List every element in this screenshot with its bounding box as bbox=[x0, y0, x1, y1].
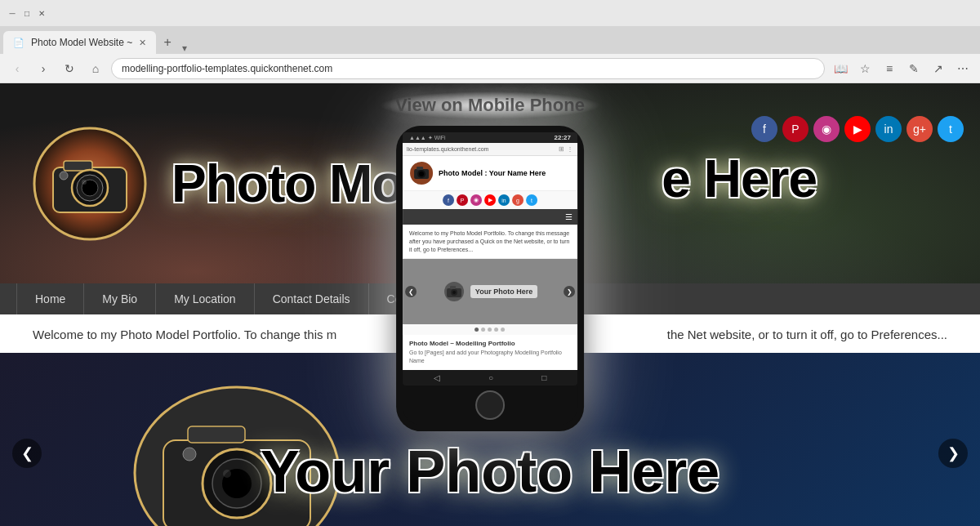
svg-point-7 bbox=[60, 172, 68, 180]
phone-signal: ▲▲▲ ✦ WiFi bbox=[409, 135, 446, 141]
active-tab[interactable]: 📄 Photo Model Website ~ ✕ bbox=[3, 31, 156, 54]
phone-instagram-icon[interactable]: ◉ bbox=[470, 194, 482, 206]
window-controls: ─ □ ✕ bbox=[7, 7, 47, 19]
youtube-icon[interactable]: ▶ bbox=[844, 116, 871, 142]
phone-dot-2 bbox=[482, 328, 486, 332]
title-bar: ─ □ ✕ bbox=[0, 0, 980, 26]
nav-my-location[interactable]: My Location bbox=[156, 283, 254, 314]
maximize-button[interactable]: □ bbox=[21, 7, 33, 19]
phone-nav: ☰ bbox=[403, 209, 577, 225]
phone-social-icons: f P ◉ ▶ in g t bbox=[403, 191, 577, 209]
phone-recents-button[interactable]: □ bbox=[541, 373, 546, 382]
svg-rect-23 bbox=[450, 286, 456, 289]
phone-pinterest-icon[interactable]: P bbox=[457, 194, 468, 206]
phone-dot-4 bbox=[495, 328, 499, 332]
mobile-phone-overlay: View on Mobile Phone ▲▲▲ ✦ WiFi 22:27 li… bbox=[379, 91, 601, 431]
phone-slider-prev[interactable]: ❮ bbox=[405, 286, 416, 297]
linkedin-icon[interactable]: in bbox=[875, 116, 902, 142]
phone-slider-text: Your Photo Here bbox=[470, 285, 537, 298]
svg-rect-10 bbox=[188, 426, 245, 443]
address-bar[interactable]: modelling-portfolio-templates.quickonthe… bbox=[111, 58, 825, 79]
phone-home-circle[interactable] bbox=[475, 390, 505, 420]
facebook-icon[interactable]: f bbox=[751, 116, 777, 142]
phone-browser-bar: lio-templates.quickonthenet.com ⊞ ⋮ bbox=[403, 143, 577, 156]
reading-view-button[interactable]: 📖 bbox=[830, 58, 851, 79]
site-title-right: e Here bbox=[662, 153, 817, 205]
mobile-label: View on Mobile Phone bbox=[379, 91, 601, 119]
svg-point-14 bbox=[223, 470, 231, 478]
phone-bottom-bar: ◁ ○ □ bbox=[403, 370, 577, 386]
phone-slider-content: Your Photo Here bbox=[443, 282, 537, 301]
pinterest-icon[interactable]: P bbox=[782, 116, 808, 142]
phone-site-logo bbox=[409, 161, 434, 185]
svg-point-15 bbox=[183, 448, 196, 461]
phone-screen: lio-templates.quickonthenet.com ⊞ ⋮ bbox=[403, 143, 577, 370]
website-content: Photo Model : Y e Here f P ◉ ▶ in g+ t H… bbox=[0, 83, 980, 526]
phone-dot-1 bbox=[475, 328, 479, 332]
twitter-icon[interactable]: t bbox=[938, 116, 964, 142]
minimize-button[interactable]: ─ bbox=[7, 7, 18, 19]
phone-facebook-icon[interactable]: f bbox=[443, 194, 454, 206]
phone-content: Photo Model ~ Modelling Portfolio Go to … bbox=[403, 335, 577, 370]
phone-googleplus-icon[interactable]: g bbox=[512, 194, 523, 206]
phone-back-button[interactable]: ◁ bbox=[434, 373, 440, 382]
phone-browser-icon: ⊞ bbox=[559, 145, 564, 153]
phone-status-bar: ▲▲▲ ✦ WiFi 22:27 bbox=[403, 132, 577, 143]
phone-frame: ▲▲▲ ✦ WiFi 22:27 lio-templates.quickonth… bbox=[396, 126, 584, 431]
favorites-button[interactable]: ☆ bbox=[854, 58, 875, 79]
more-button[interactable]: ⋯ bbox=[952, 58, 973, 79]
googleplus-icon[interactable]: g+ bbox=[906, 116, 933, 142]
phone-youtube-icon[interactable]: ▶ bbox=[484, 194, 496, 206]
tab-favicon: 📄 bbox=[13, 38, 24, 48]
welcome-text-right: the Net website, or to turn it off, go t… bbox=[667, 328, 947, 341]
phone-slider-dots bbox=[403, 324, 577, 335]
share-button[interactable]: ↗ bbox=[928, 58, 949, 79]
phone-welcome: Welcome to my Photo Model Portfolio. To … bbox=[403, 225, 577, 259]
instagram-icon[interactable]: ◉ bbox=[813, 116, 840, 142]
menu-button[interactable]: ≡ bbox=[879, 58, 900, 79]
tab-bar: 📄 Photo Model Website ~ ✕ + ▾ bbox=[0, 26, 980, 54]
phone-slider-next[interactable]: ❯ bbox=[564, 286, 575, 297]
phone-site-title: Photo Model : Your Name Here bbox=[439, 169, 546, 177]
phone-slider: ❮ Your Photo Here ❯ bbox=[403, 259, 577, 324]
url-text: modelling-portfolio-templates.quickonthe… bbox=[122, 63, 332, 74]
hub-button[interactable]: ✎ bbox=[903, 58, 924, 79]
svg-point-20 bbox=[419, 172, 424, 176]
phone-content-title: Photo Model ~ Modelling Portfolio bbox=[409, 340, 571, 347]
svg-rect-18 bbox=[416, 167, 423, 170]
forward-button[interactable]: › bbox=[33, 58, 54, 79]
tab-close-button[interactable]: ✕ bbox=[139, 38, 146, 48]
browser-chrome: ─ □ ✕ 📄 Photo Model Website ~ ✕ + ▾ ‹ › … bbox=[0, 0, 980, 83]
browser-nav-right: 📖 ☆ ≡ ✎ ↗ ⋯ bbox=[830, 58, 973, 79]
phone-dot-5 bbox=[501, 328, 506, 332]
new-tab-button[interactable]: + bbox=[156, 31, 179, 54]
phone-dot-3 bbox=[488, 328, 492, 332]
nav-my-bio[interactable]: My Bio bbox=[84, 283, 156, 314]
welcome-text-left: Welcome to my Photo Model Portfolio. To … bbox=[33, 328, 336, 341]
phone-home-button[interactable]: ○ bbox=[488, 373, 493, 382]
phone-browser-menu[interactable]: ⋮ bbox=[567, 145, 573, 153]
nav-contact-details[interactable]: Contact Details bbox=[255, 283, 369, 314]
slider-next-button[interactable]: ❯ bbox=[938, 439, 968, 468]
social-icons-top: f P ◉ ▶ in g+ t bbox=[751, 116, 964, 142]
refresh-button[interactable]: ↻ bbox=[59, 58, 80, 79]
site-logo bbox=[33, 127, 147, 241]
phone-time: 22:27 bbox=[555, 134, 571, 141]
back-button[interactable]: ‹ bbox=[7, 58, 28, 79]
phone-twitter-icon[interactable]: t bbox=[526, 194, 537, 206]
tab-title: Photo Model Website ~ bbox=[31, 37, 132, 48]
nav-home[interactable]: Home bbox=[16, 283, 84, 314]
close-button[interactable]: ✕ bbox=[36, 7, 47, 19]
phone-footer bbox=[403, 386, 577, 425]
phone-linkedin-icon[interactable]: in bbox=[498, 194, 510, 206]
svg-point-25 bbox=[452, 291, 456, 294]
tab-dropdown[interactable]: ▾ bbox=[179, 42, 190, 54]
nav-bar: ‹ › ↻ ⌂ modelling-portfolio-templates.qu… bbox=[0, 54, 980, 83]
phone-hamburger-icon[interactable]: ☰ bbox=[565, 212, 572, 221]
home-button[interactable]: ⌂ bbox=[85, 58, 106, 79]
phone-site-header: Photo Model : Your Name Here bbox=[403, 156, 577, 191]
svg-point-6 bbox=[82, 180, 87, 185]
phone-content-text: Go to [Pages] and add your Photography M… bbox=[409, 349, 571, 365]
slider-prev-button[interactable]: ❮ bbox=[12, 439, 42, 468]
phone-url: lio-templates.quickonthenet.com bbox=[407, 146, 556, 152]
